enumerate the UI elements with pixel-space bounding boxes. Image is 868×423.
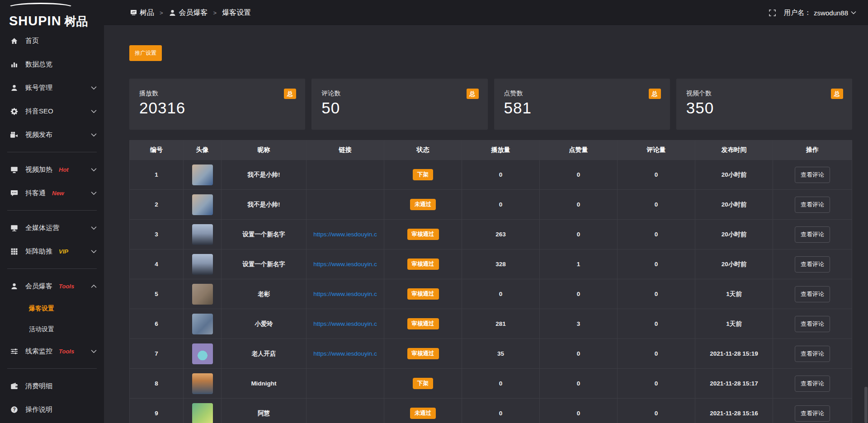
sidebar-item-label: 数据总览 bbox=[25, 60, 52, 69]
view-comments-button[interactable]: 查看评论 bbox=[795, 286, 830, 302]
sidebar-item-数据总览[interactable]: 数据总览 bbox=[0, 52, 104, 76]
table-header-row: 编号头像昵称链接状态播放量点赞量评论量发布时间操作 bbox=[130, 141, 852, 160]
stat-card-播放数: 播放数20316总 bbox=[129, 79, 305, 130]
view-comments-button[interactable]: 查看评论 bbox=[795, 316, 830, 332]
video-link[interactable]: https://www.iesdouyin.c bbox=[313, 261, 377, 268]
stat-value: 581 bbox=[504, 99, 661, 117]
cell-status: 审核通过 bbox=[384, 279, 462, 309]
tv-icon bbox=[10, 165, 18, 174]
cell-nickname: 小爱玲 bbox=[222, 309, 307, 338]
sidebar-item-抖客通[interactable]: 抖客通New bbox=[0, 181, 104, 205]
cell-comments: 0 bbox=[618, 160, 695, 189]
table-row: 4设置一个新名字https://www.iesdouyin.c审核通过32810… bbox=[130, 249, 852, 279]
sidebar-subitem-爆客设置[interactable]: 爆客设置 bbox=[0, 298, 104, 319]
breadcrumb-separator: > bbox=[213, 9, 217, 16]
chevron-down-icon bbox=[91, 349, 97, 353]
cell-publish-time: 1天前 bbox=[695, 279, 773, 309]
table-row: 6小爱玲https://www.iesdouyin.c审核通过281301天前查… bbox=[130, 309, 852, 338]
table-row: 3设置一个新名字https://www.iesdouyin.c审核通过26300… bbox=[130, 219, 852, 249]
stat-label: 播放数 bbox=[139, 89, 296, 98]
view-comments-button[interactable]: 查看评论 bbox=[795, 167, 830, 183]
column-header-头像: 头像 bbox=[184, 141, 222, 160]
breadcrumb-label: 会员爆客 bbox=[179, 8, 208, 18]
sidebar-item-矩阵助推[interactable]: 矩阵助推VIP bbox=[0, 240, 104, 263]
view-comments-button[interactable]: 查看评论 bbox=[795, 197, 830, 213]
sidebar: SHUPIN树品 首页数据总览账号管理抖音SEO视频发布视频加热Hot抖客通Ne… bbox=[0, 0, 104, 423]
cell-link bbox=[307, 190, 384, 219]
cell-likes: 1 bbox=[540, 249, 618, 279]
view-comments-button[interactable]: 查看评论 bbox=[795, 256, 830, 273]
user-menu[interactable]: 用户名：zswodun88 bbox=[784, 9, 856, 17]
cell-action: 查看评论 bbox=[773, 190, 852, 219]
video-link[interactable]: https://www.iesdouyin.c bbox=[313, 291, 377, 297]
video-link[interactable]: https://www.iesdouyin.c bbox=[313, 350, 377, 357]
cell-nickname: 老彬 bbox=[222, 279, 307, 309]
table-row: 1我不是小帅!下架00020小时前查看评论 bbox=[130, 160, 852, 189]
cell-plays: 263 bbox=[462, 220, 540, 249]
breadcrumb-item-爆客设置[interactable]: 爆客设置 bbox=[222, 8, 251, 18]
breadcrumb-item-树品[interactable]: 树品 bbox=[130, 8, 154, 18]
sidebar-item-label: 抖客通 bbox=[25, 189, 46, 197]
view-comments-button[interactable]: 查看评论 bbox=[795, 226, 830, 243]
cell-comments: 0 bbox=[618, 279, 695, 309]
video-link[interactable]: https://www.iesdouyin.c bbox=[313, 231, 377, 238]
cell-action: 查看评论 bbox=[773, 249, 852, 279]
avatar bbox=[192, 403, 213, 423]
breadcrumb-label: 爆客设置 bbox=[222, 8, 251, 18]
sidebar-item-全媒体运营[interactable]: 全媒体运营 bbox=[0, 216, 104, 240]
column-header-操作: 操作 bbox=[773, 141, 852, 160]
cell-link bbox=[307, 369, 384, 398]
sidebar-item-账号管理[interactable]: 账号管理 bbox=[0, 76, 104, 99]
cell-avatar bbox=[184, 399, 222, 423]
user-icon bbox=[10, 84, 18, 92]
sidebar-item-视频发布[interactable]: 视频发布 bbox=[0, 123, 104, 146]
cell-link: https://www.iesdouyin.c bbox=[307, 339, 384, 368]
sidebar-item-label: 首页 bbox=[25, 37, 39, 45]
cell-link: https://www.iesdouyin.c bbox=[307, 309, 384, 338]
sidebar-subitem-活动设置[interactable]: 活动设置 bbox=[0, 319, 104, 339]
fullscreen-icon[interactable] bbox=[769, 9, 776, 16]
sidebar-item-消费明细[interactable]: 消费明细 bbox=[0, 374, 104, 398]
cell-likes: 0 bbox=[540, 369, 618, 398]
cell-comments: 0 bbox=[618, 220, 695, 249]
sidebar-divider bbox=[7, 368, 97, 369]
sidebar-item-操作说明[interactable]: ?操作说明 bbox=[0, 398, 104, 421]
video-link[interactable]: https://www.iesdouyin.c bbox=[313, 320, 377, 327]
cell-comments: 0 bbox=[618, 249, 695, 279]
breadcrumb-item-会员爆客[interactable]: 会员爆客 bbox=[169, 8, 208, 18]
avatar bbox=[192, 284, 213, 305]
status-badge-审核通过: 审核通过 bbox=[407, 318, 439, 329]
cell-likes: 0 bbox=[540, 190, 618, 219]
breadcrumb: 树品>会员爆客>爆客设置 bbox=[130, 8, 251, 18]
cell-avatar bbox=[184, 279, 222, 309]
view-comments-button[interactable]: 查看评论 bbox=[795, 376, 830, 392]
cell-status: 下架 bbox=[384, 160, 462, 189]
cell-likes: 0 bbox=[540, 160, 618, 189]
column-header-发布时间: 发布时间 bbox=[695, 141, 773, 160]
cell-status: 审核通过 bbox=[384, 220, 462, 249]
cell-plays: 0 bbox=[462, 399, 540, 423]
sidebar-item-label: 账号管理 bbox=[25, 84, 52, 92]
stat-label: 视频个数 bbox=[686, 89, 843, 98]
cell-avatar bbox=[184, 190, 222, 219]
promo-settings-button[interactable]: 推广设置 bbox=[129, 45, 162, 61]
cell-avatar bbox=[184, 369, 222, 398]
sidebar-item-首页[interactable]: 首页 bbox=[0, 29, 104, 52]
sidebar-item-视频加热[interactable]: 视频加热Hot bbox=[0, 158, 104, 181]
sidebar-item-会员爆客[interactable]: 会员爆客Tools bbox=[0, 274, 104, 298]
table-body: 1我不是小帅!下架00020小时前查看评论2我不是小帅!未通过00020小时前查… bbox=[130, 160, 852, 423]
view-comments-button[interactable]: 查看评论 bbox=[795, 346, 830, 362]
sidebar-item-label: 全媒体运营 bbox=[25, 224, 59, 232]
view-comments-button[interactable]: 查看评论 bbox=[795, 405, 830, 422]
status-badge-审核通过: 审核通过 bbox=[407, 348, 439, 359]
sidebar-item-线索监控[interactable]: 线索监控Tools bbox=[0, 339, 104, 363]
cell-link: https://www.iesdouyin.c bbox=[307, 279, 384, 309]
sidebar-item-label: 线索监控 bbox=[25, 347, 52, 356]
cell-number: 8 bbox=[130, 369, 184, 398]
status-badge-审核通过: 审核通过 bbox=[407, 288, 439, 300]
scrollbar[interactable] bbox=[864, 387, 868, 423]
cell-action: 查看评论 bbox=[773, 399, 852, 423]
sidebar-item-抖音SEO[interactable]: 抖音SEO bbox=[0, 99, 104, 123]
cell-publish-time: 1天前 bbox=[695, 309, 773, 338]
sidebar-nav: 首页数据总览账号管理抖音SEO视频发布视频加热Hot抖客通New全媒体运营矩阵助… bbox=[0, 29, 104, 421]
